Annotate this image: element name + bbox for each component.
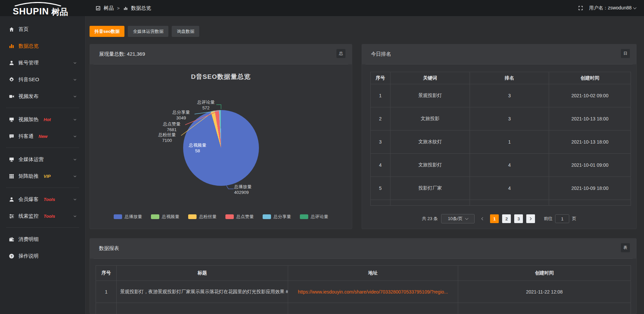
table-row: 2文旅投影32021-10-13 18:00 bbox=[371, 107, 631, 130]
legend-item[interactable]: 总视频量 bbox=[151, 214, 179, 220]
legend-item[interactable]: 总粉丝量 bbox=[188, 214, 217, 220]
table-row: 4文旅投影灯42021-10-01 09:00 bbox=[371, 154, 631, 177]
table-cell: 2021-10-02 09:00 bbox=[549, 84, 631, 107]
legend-label: 总点赞量 bbox=[236, 214, 254, 220]
sidebar-item-video-publish[interactable]: 视频发布 bbox=[0, 88, 85, 105]
tab-inquiry-data[interactable]: 询盘数据 bbox=[172, 26, 199, 37]
pie-label-4: 总点赞量7681 bbox=[153, 121, 190, 133]
sidebar-item-video-heat[interactable]: 视频加热Hot bbox=[0, 111, 85, 128]
sidebar-item-operation-guide[interactable]: ?操作说明 bbox=[0, 248, 85, 264]
prev-page-button[interactable] bbox=[478, 214, 487, 223]
column-header: 序号 bbox=[96, 266, 117, 281]
sidebar-item-member-baoke[interactable]: 会员爆客Tools bbox=[0, 191, 85, 208]
table-cell: 4 bbox=[470, 154, 549, 177]
table-header-row: 序号标题地址创建时间 bbox=[96, 266, 631, 281]
legend-item[interactable]: 总点赞量 bbox=[225, 214, 254, 220]
tab-douyin-seo-data[interactable]: 抖音seo数据 bbox=[90, 26, 124, 37]
chevron-down-icon bbox=[73, 118, 77, 121]
pie-label-name: 总播放量 bbox=[234, 184, 271, 190]
table-cell: 2021-10-13 18:00 bbox=[549, 130, 631, 154]
sidebar-item-data-overview[interactable]: 数据总览 bbox=[0, 38, 85, 54]
sidebar-item-account-manage[interactable]: 账号管理 bbox=[0, 54, 85, 71]
sidebar-item-media-operation[interactable]: 全媒体运营 bbox=[0, 151, 85, 168]
table-cell: 5 bbox=[371, 177, 390, 200]
pie-label-value: 58 bbox=[179, 148, 216, 154]
sidebar-item-douyin-seo[interactable]: 抖音SEO bbox=[0, 71, 85, 88]
table-cell: 投影灯厂家 bbox=[390, 177, 470, 200]
page-button-2[interactable]: 2 bbox=[502, 214, 511, 223]
next-page-button[interactable] bbox=[526, 214, 535, 223]
top-header: SHUPIN 树品 树品 > 数据总览 用户名：zswodun88 bbox=[0, 0, 644, 16]
sidebar-item-label: 矩阵助推 bbox=[18, 173, 39, 179]
legend-item[interactable]: 总播放量 bbox=[114, 214, 142, 220]
legend-swatch bbox=[114, 214, 122, 219]
username-label: 用户名：zswodun88 bbox=[589, 5, 632, 11]
fullscreen-icon[interactable] bbox=[578, 5, 583, 11]
pie-label-value: 7681 bbox=[153, 127, 190, 133]
home-icon bbox=[9, 27, 14, 32]
ranking-table: 序号关键词排名创建时间1景观投影灯32021-10-02 09:002文旅投影3… bbox=[370, 72, 631, 206]
table-header-row: 序号关键词排名创建时间 bbox=[371, 72, 631, 84]
header-right: 用户名：zswodun88 bbox=[578, 0, 636, 16]
table-row: 3文旅水纹灯12021-10-13 18:00 bbox=[371, 130, 631, 154]
goto-label: 前往 bbox=[544, 216, 552, 222]
tab-media-operation-data[interactable]: 全媒体运营数据 bbox=[128, 26, 168, 37]
chart-icon bbox=[9, 43, 14, 49]
table-row: 1景观投影灯32021-10-02 09:00 bbox=[371, 84, 631, 107]
goto-page: 前往 1 页 bbox=[544, 214, 576, 223]
sidebar-item-label: 视频发布 bbox=[18, 93, 39, 100]
chat-icon bbox=[9, 134, 14, 139]
chevron-down-icon bbox=[73, 158, 77, 161]
table-cell: 3 bbox=[470, 84, 549, 107]
legend-swatch bbox=[151, 214, 159, 219]
sidebar-menu: 首页数据总览账号管理抖音SEO视频发布视频加热Hot抖客通New全媒体运营矩阵助… bbox=[0, 21, 85, 264]
table-cell bbox=[470, 200, 549, 206]
sidebar-item-douketong[interactable]: 抖客通New bbox=[0, 128, 85, 145]
sidebar-item-label: 数据总览 bbox=[18, 43, 39, 49]
table-cell: 2021-10-13 18:00 bbox=[549, 107, 631, 130]
sidebar-item-label: 账号管理 bbox=[18, 60, 39, 66]
page-size-select[interactable]: 10条/页 bbox=[441, 214, 475, 223]
sidebar: 首页数据总览账号管理抖音SEO视频发布视频加热Hot抖客通New全媒体运营矩阵助… bbox=[0, 16, 86, 314]
sidebar-item-home[interactable]: 首页 bbox=[0, 21, 85, 38]
table-cell bbox=[371, 200, 390, 206]
legend-swatch bbox=[188, 214, 197, 219]
breadcrumb-root[interactable]: 树品 bbox=[104, 5, 114, 11]
table-row: 5投影灯厂家42021-10-09 18:00 bbox=[371, 177, 631, 200]
sidebar-item-badge: New bbox=[39, 134, 48, 139]
sidebar-item-consume-detail[interactable]: 消费明细 bbox=[0, 231, 85, 248]
logo-arc bbox=[13, 2, 62, 6]
question-icon: ? bbox=[9, 253, 14, 259]
legend-label: 总播放量 bbox=[125, 214, 142, 220]
page-button-1[interactable]: 1 bbox=[490, 214, 499, 223]
page-button-3[interactable]: 3 bbox=[514, 214, 523, 223]
goto-page-input[interactable]: 1 bbox=[555, 214, 569, 223]
legend-item[interactable]: 总评论量 bbox=[300, 214, 328, 220]
sidebar-item-label: 全媒体运营 bbox=[18, 156, 44, 163]
user-menu[interactable]: 用户名：zswodun88 bbox=[589, 5, 636, 11]
data-type-tabs: 抖音seo数据全媒体运营数据询盘数据 bbox=[90, 26, 199, 37]
overview-panel: 展现量总数: 421,369 总 D音SEO数据量总览 总播放量402909总视… bbox=[90, 44, 352, 229]
column-header: 创建时间 bbox=[458, 266, 631, 281]
sidebar-item-matrix-boost[interactable]: 矩阵助推VIP bbox=[0, 168, 85, 185]
ranking-corner-badge[interactable]: 日 bbox=[621, 49, 630, 58]
overview-corner-badge[interactable]: 总 bbox=[336, 49, 345, 58]
wallet-icon bbox=[9, 237, 14, 242]
report-corner-badge[interactable]: 表 bbox=[621, 243, 630, 252]
sidebar-divider bbox=[6, 108, 79, 108]
report-link[interactable]: https://www.iesdouyin.com/share/video/70… bbox=[288, 281, 458, 303]
legend-item[interactable]: 总分享量 bbox=[263, 214, 291, 220]
sidebar-item-label: 操作说明 bbox=[18, 253, 39, 259]
pie-label-name: 总粉丝量 bbox=[149, 132, 185, 138]
pie-label-name: 总点赞量 bbox=[153, 121, 190, 127]
sidebar-item-lead-monitor[interactable]: 线索监控Tools bbox=[0, 208, 85, 224]
pie-label-value: 3049 bbox=[163, 115, 200, 121]
table-cell bbox=[458, 303, 631, 314]
legend-swatch bbox=[225, 214, 234, 219]
legend-swatch bbox=[300, 214, 308, 219]
svg-text:?: ? bbox=[11, 254, 13, 258]
sidebar-item-badge: Tools bbox=[44, 214, 55, 219]
chevron-down-icon bbox=[73, 78, 77, 82]
column-header: 创建时间 bbox=[549, 72, 631, 84]
table-cell: 2021-10-09 18:00 bbox=[549, 177, 631, 200]
